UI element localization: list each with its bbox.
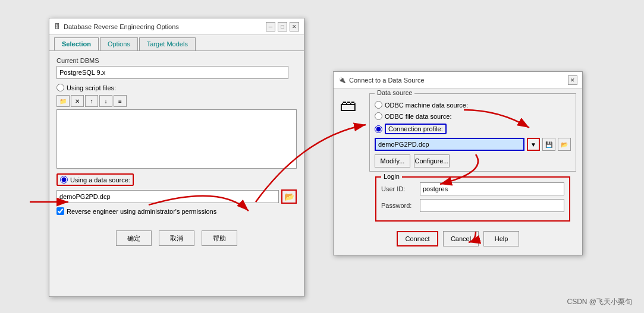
- selection-content: Current DBMS Using script files: 📁 ✕ ↑ ↓…: [49, 51, 304, 221]
- connect-window-controls: ✕: [568, 75, 577, 85]
- profile-dropdown-btn[interactable]: ▼: [527, 138, 540, 151]
- toolbar-down-btn[interactable]: ↓: [99, 95, 112, 107]
- datasource-radio-row: Using a data source:: [56, 173, 297, 186]
- admin-perm-row: Reverse engineer using administrator's p…: [56, 207, 297, 215]
- cancel-button[interactable]: 取消: [159, 230, 194, 246]
- script-files-label: Using script files:: [67, 84, 116, 91]
- connect-cancel-button[interactable]: Cancel: [443, 231, 479, 246]
- userid-input[interactable]: [420, 182, 564, 195]
- window1-btn-row: 确定 取消 帮助: [49, 223, 304, 253]
- maximize-button[interactable]: □: [278, 22, 287, 31]
- profile-input[interactable]: [375, 138, 524, 151]
- watermark-text: CSDN @飞天小栗旬: [567, 297, 632, 307]
- password-input[interactable]: [420, 199, 564, 212]
- save-icon: 💾: [545, 141, 552, 148]
- modify-button[interactable]: Modify...: [375, 154, 410, 167]
- toolbar: 📁 ✕ ↑ ↓ ≡: [56, 95, 297, 107]
- db-title-text: Database Reverse Engineering Options: [64, 23, 179, 30]
- datasource-highlight: Using a data source:: [56, 173, 134, 186]
- datasource-label: Using a data source:: [70, 176, 130, 184]
- window-title-db: 🗄 Database Reverse Engineering Options: [54, 23, 179, 30]
- datasource-browse-btn[interactable]: 📂: [281, 189, 297, 204]
- userid-row: User ID:: [381, 182, 564, 195]
- odbc-file-row: ODBC file data source:: [375, 112, 571, 120]
- connect-help-button[interactable]: Help: [483, 231, 519, 246]
- db-icon-area: 🗃: [340, 93, 363, 226]
- connection-profile-radio[interactable]: [375, 125, 382, 133]
- login-group: Login User ID: Password:: [375, 176, 570, 222]
- datasource-section: Using a data source: 📂 Reverse engineer …: [56, 173, 297, 215]
- db-large-icon: 🗃: [340, 96, 356, 115]
- script-files-radio[interactable]: [56, 84, 64, 91]
- datasource-value-row: 📂: [56, 189, 297, 204]
- profile-input-row: ▼ 💾 📂: [375, 138, 571, 151]
- help-button[interactable]: 帮助: [202, 230, 237, 246]
- tab-bar: Selection Options Target Models: [49, 35, 304, 51]
- datasource-group-label: Data source: [375, 89, 414, 96]
- datasource-radio[interactable]: [60, 176, 68, 184]
- connection-profile-label: Connection profile:: [385, 124, 447, 134]
- toolbar-delete-btn[interactable]: ✕: [71, 95, 84, 107]
- window-connect-datasource: 🔌 Connect to a Data Source ✕ 🗃 Data sour…: [333, 71, 583, 255]
- tab-selection[interactable]: Selection: [54, 37, 99, 50]
- datasource-group: Data source ODBC machine data source: OD…: [369, 93, 576, 172]
- admin-perm-label: Reverse engineer using administrator's p…: [67, 208, 216, 215]
- toolbar-up-btn[interactable]: ↑: [85, 95, 98, 107]
- admin-perm-checkbox[interactable]: [56, 207, 64, 215]
- minimize-button[interactable]: ─: [266, 22, 275, 31]
- connect-title-icon: 🔌: [338, 77, 345, 83]
- toolbar-folder-btn[interactable]: 📁: [56, 95, 70, 107]
- datasource-input[interactable]: [56, 190, 279, 203]
- connect-close-button[interactable]: ✕: [568, 75, 577, 85]
- tab-options[interactable]: Options: [100, 37, 138, 50]
- odbc-file-label: ODBC file data source:: [385, 113, 452, 120]
- window-controls-1: ─ □ ✕: [266, 22, 299, 31]
- odbc-machine-radio[interactable]: [375, 101, 382, 109]
- script-files-listbox[interactable]: [56, 109, 297, 169]
- odbc-machine-row: ODBC machine data source:: [375, 101, 571, 109]
- toolbar-list-btn[interactable]: ≡: [114, 95, 127, 107]
- tab-target-models[interactable]: Target Models: [139, 37, 196, 50]
- modify-configure-row: Modify... Configure...: [375, 154, 571, 167]
- connection-profile-row: Connection profile:: [375, 124, 571, 134]
- window-db-options: 🗄 Database Reverse Engineering Options ─…: [49, 18, 304, 297]
- connect-btn-row: Connect Cancel Help: [334, 226, 582, 251]
- dropdown-arrow-icon: ▼: [530, 141, 536, 148]
- profile-save-icon-btn[interactable]: 💾: [542, 138, 555, 151]
- login-group-label: Login: [381, 173, 402, 180]
- odbc-machine-label: ODBC machine data source:: [385, 102, 468, 109]
- connect-button[interactable]: Connect: [397, 231, 438, 246]
- password-row: Password:: [381, 199, 564, 212]
- current-dbms-label: Current DBMS: [56, 57, 297, 64]
- connect-body: 🗃 Data source ODBC machine data source: …: [334, 88, 582, 226]
- profile-folder-icon-btn[interactable]: 📂: [558, 138, 571, 151]
- db-title-icon: 🗄: [54, 23, 60, 30]
- password-label: Password:: [381, 202, 420, 209]
- current-dbms-input[interactable]: [56, 66, 288, 79]
- titlebar-connect: 🔌 Connect to a Data Source ✕: [334, 72, 582, 88]
- configure-button[interactable]: Configure...: [414, 154, 450, 167]
- folder-icon: 📂: [561, 141, 568, 148]
- script-files-row: Using script files:: [56, 84, 297, 91]
- connect-title-text: 🔌 Connect to a Data Source: [338, 77, 425, 84]
- odbc-file-radio[interactable]: [375, 112, 382, 120]
- confirm-button[interactable]: 确定: [116, 230, 152, 246]
- userid-label: User ID:: [381, 185, 420, 192]
- browse-icon: 📂: [284, 192, 294, 201]
- titlebar-db-options: 🗄 Database Reverse Engineering Options ─…: [49, 18, 304, 35]
- connect-form: Data source ODBC machine data source: OD…: [369, 93, 576, 226]
- close-button[interactable]: ✕: [290, 22, 299, 31]
